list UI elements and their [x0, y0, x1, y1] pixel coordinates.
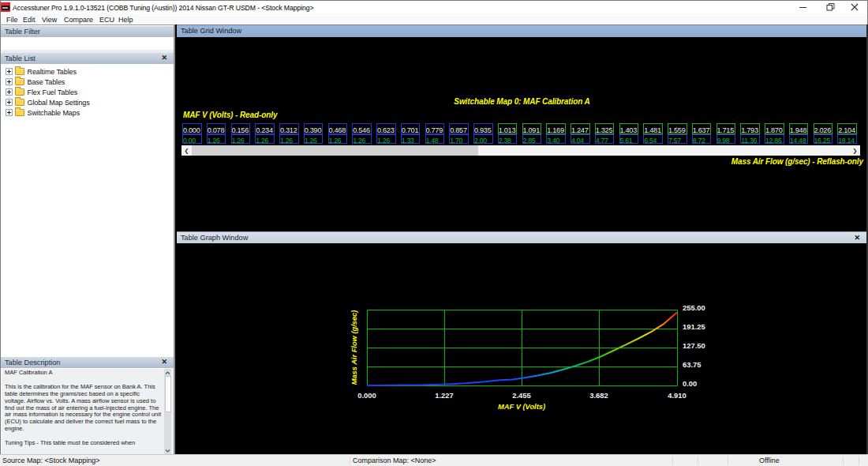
svg-text:Mass Air Flow (g/sec): Mass Air Flow (g/sec)	[350, 310, 358, 385]
svg-text:255.00: 255.00	[683, 303, 705, 312]
svg-text:0.00: 0.00	[683, 379, 697, 388]
svg-text:1.227: 1.227	[435, 391, 453, 400]
svg-text:0.000: 0.000	[357, 391, 376, 400]
svg-text:2.455: 2.455	[512, 391, 530, 400]
svg-text:MAF V (Volts): MAF V (Volts)	[498, 403, 545, 411]
svg-text:3.682: 3.682	[589, 391, 608, 400]
svg-text:191.25: 191.25	[683, 322, 705, 331]
svg-text:127.50: 127.50	[683, 341, 705, 350]
svg-text:63.75: 63.75	[683, 360, 701, 369]
svg-text:4.910: 4.910	[668, 391, 686, 400]
